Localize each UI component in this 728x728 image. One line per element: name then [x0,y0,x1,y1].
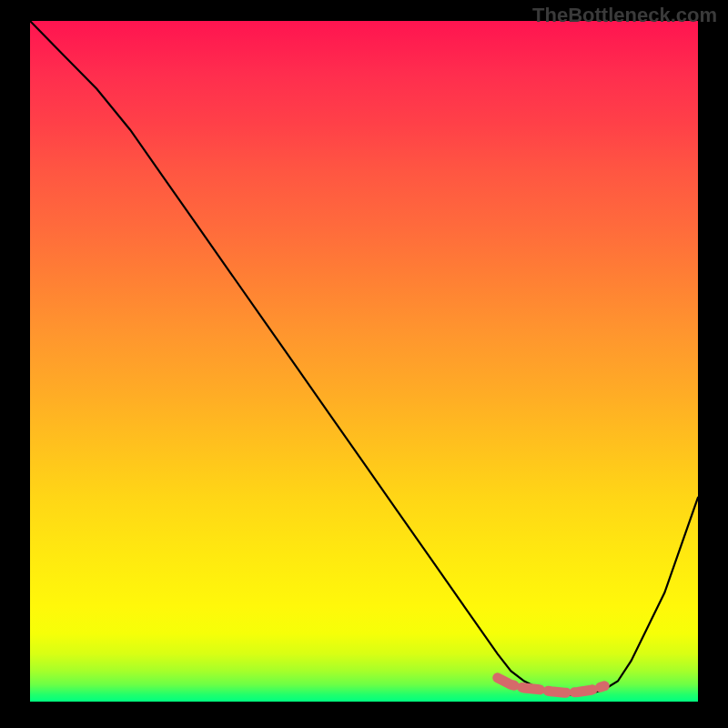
chart-svg-layer [30,21,698,702]
optimal-range-marker-path [498,678,604,693]
bottleneck-curve-path [30,21,698,695]
watermark-text: TheBottleneck.com [532,4,717,27]
chart-plot-area [30,21,698,702]
